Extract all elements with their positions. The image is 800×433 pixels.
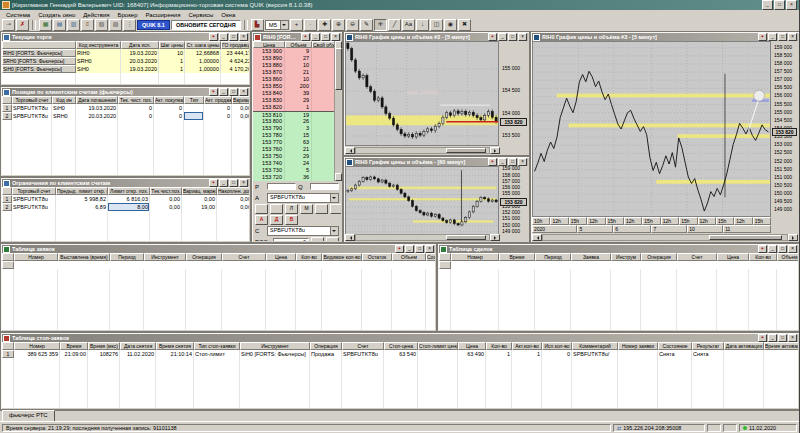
close-button[interactable]: × xyxy=(239,33,248,41)
table-cell[interactable]: SPBFUTKT8u xyxy=(12,195,56,203)
table-cell[interactable]: 1,00000 xyxy=(185,65,221,73)
table-cell[interactable]: RIH0 xyxy=(76,49,121,57)
book-volume[interactable]: 5 xyxy=(285,167,312,174)
book-row[interactable]: 153 84039 xyxy=(253,90,335,97)
book-volume[interactable]: 21 xyxy=(285,69,312,76)
maximize-button[interactable]: □ xyxy=(508,33,517,41)
arrow-down-icon[interactable]: ↓ xyxy=(416,19,429,31)
chart60-hscrollbar[interactable] xyxy=(345,234,500,241)
header-cell[interactable]: Акт. покупка xyxy=(154,96,184,104)
header-cell[interactable]: Номер xyxy=(14,342,60,350)
close-button[interactable]: × xyxy=(331,33,340,41)
book-row[interactable]: 153 83029 xyxy=(253,97,335,104)
header-cell[interactable]: Тип xyxy=(184,96,204,104)
header-cell[interactable]: Тек.чист.поз. xyxy=(150,187,182,195)
table-row[interactable]: 2SPBFUTKT8uSRH020.03.20200000,00 xyxy=(2,112,249,120)
book-volume[interactable]: 9 xyxy=(285,48,312,55)
client-code-select[interactable]: SPBFUTKT8u xyxy=(267,226,339,236)
table-cell[interactable]: SPBFUTKT8u xyxy=(12,104,52,112)
table-cell[interactable]: 0,00 xyxy=(150,195,182,203)
table-row[interactable]: 1389 625 35921:09:0010827611.02.202021:1… xyxy=(2,350,798,358)
scroll-right-icon[interactable] xyxy=(490,234,500,241)
scroll-thumb[interactable] xyxy=(335,48,342,90)
table-cell[interactable]: Продажа xyxy=(310,350,342,358)
book-volume[interactable]: 21 xyxy=(285,146,312,153)
menu-item[interactable]: Система xyxy=(2,12,34,18)
header-cell[interactable] xyxy=(2,253,14,261)
menu-item[interactable]: Сервисы xyxy=(184,12,217,18)
table-cell[interactable] xyxy=(764,350,798,358)
erase-icon[interactable]: ✖ xyxy=(458,19,471,31)
table-cell[interactable]: Снята xyxy=(658,350,692,358)
book-own-volume[interactable] xyxy=(312,125,335,132)
chart3-hscrollbar[interactable] xyxy=(532,234,798,241)
book-own-volume[interactable] xyxy=(312,174,335,181)
scroll-down-icon[interactable] xyxy=(335,173,342,181)
volume-chart-icon[interactable]: ▙ xyxy=(251,19,264,31)
book-own-volume[interactable] xyxy=(312,83,335,90)
chart60-plot[interactable] xyxy=(345,166,499,235)
more-tools-icon[interactable]: ⋮ xyxy=(123,19,136,31)
book-price[interactable]: 153 780 xyxy=(253,132,285,139)
menu-item[interactable]: Брокер xyxy=(114,12,142,18)
table-cell[interactable] xyxy=(184,112,204,120)
table-cell[interactable]: 0 xyxy=(118,112,154,120)
header-cell[interactable]: Цена xyxy=(266,253,296,261)
book-volume[interactable]: 27 xyxy=(285,55,312,62)
zoom-in-icon[interactable]: ⊕ xyxy=(332,19,345,31)
table-cell[interactable]: 0,00 xyxy=(217,195,249,203)
quotes-window-icon[interactable]: ▥ xyxy=(67,19,80,31)
book-row[interactable]: 153 81019 xyxy=(253,111,335,118)
minimize-button[interactable]: _ xyxy=(311,33,320,41)
update-today-button[interactable]: ОБНОВИТЕ СЕГОДНЯ xyxy=(171,20,241,30)
table-cell[interactable]: 0 xyxy=(154,104,184,112)
table-settings-icon[interactable]: ▨ xyxy=(109,19,122,31)
header-cell[interactable]: Остаток xyxy=(362,253,392,261)
close-button[interactable]: × xyxy=(239,179,248,187)
table-cell[interactable]: 1 xyxy=(2,195,12,203)
header-cell[interactable]: Состояние xyxy=(426,253,435,261)
table-cell[interactable]: Стоп-лимит xyxy=(194,350,240,358)
table-cell[interactable]: 0 xyxy=(204,112,232,120)
book-row[interactable]: 153 7903 xyxy=(253,125,335,132)
book-row[interactable]: 153 78015 xyxy=(253,132,335,139)
minimize-button[interactable]: _ xyxy=(768,334,777,342)
quick-order-button[interactable]: Л xyxy=(285,204,298,214)
book-price[interactable]: 153 750 xyxy=(253,153,285,160)
book-price[interactable]: 153 890 xyxy=(253,55,285,62)
table-cell[interactable]: 19.03.2020 xyxy=(121,65,159,73)
table-cell[interactable]: SPBFUTKT8u/ xyxy=(572,350,618,358)
book-own-volume[interactable] xyxy=(312,48,335,55)
window-titlebar[interactable]: Таблица заявок ✦_□× xyxy=(2,245,435,253)
book-price[interactable]: 153 900 xyxy=(253,48,285,55)
limits-table[interactable]: Торговый счетПредыд. лимит откр. поЛимит… xyxy=(2,187,249,241)
table-cell[interactable]: 108276 xyxy=(88,350,120,358)
columns-icon[interactable]: ≡ xyxy=(81,19,94,31)
quick-order-button[interactable] xyxy=(330,204,341,214)
header-cell[interactable]: Видимое кол-во xyxy=(322,253,362,261)
book-volume[interactable]: 1 xyxy=(285,104,312,111)
chart-window-icon[interactable]: ▤ xyxy=(53,19,66,31)
book-price[interactable]: 153 870 xyxy=(253,69,285,76)
book-volume[interactable]: 3 xyxy=(285,125,312,132)
header-cell[interactable]: Дата снятия xyxy=(120,342,156,350)
table-cell[interactable]: 6 816,03 xyxy=(108,195,150,203)
table-cell[interactable]: 11.02.2020 xyxy=(120,350,156,358)
book-own-volume[interactable] xyxy=(312,167,335,174)
header-cell[interactable]: Объем xyxy=(777,253,798,261)
book-row[interactable]: 153 7305 xyxy=(253,167,335,174)
window-link-icon[interactable]: ✦ xyxy=(758,245,767,253)
quick-action-button[interactable]: Б xyxy=(285,215,298,225)
scroll-left-icon[interactable] xyxy=(345,147,355,154)
table-cell[interactable]: 10 xyxy=(159,49,185,57)
header-cell[interactable]: Результат xyxy=(692,342,724,350)
window-titlebar[interactable]: RIH0 [FORTS: Фьючерсы] ✦_□× xyxy=(253,33,341,41)
text-tool-icon[interactable]: Aa xyxy=(402,19,415,31)
menu-item[interactable]: Действия xyxy=(79,12,113,18)
connection-key-icon[interactable]: ⊸ xyxy=(2,19,15,31)
header-cell[interactable]: Инструм xyxy=(611,253,641,261)
window-titlebar[interactable]: RIH0 График цены и объёма #3 - [5 минут]… xyxy=(532,33,798,41)
header-cell[interactable]: Состояние xyxy=(658,342,692,350)
positions-table[interactable]: Торговый счетКод инДата погашенияТек. чи… xyxy=(2,96,249,175)
table-cell[interactable]: 21:10:14 xyxy=(156,350,194,358)
